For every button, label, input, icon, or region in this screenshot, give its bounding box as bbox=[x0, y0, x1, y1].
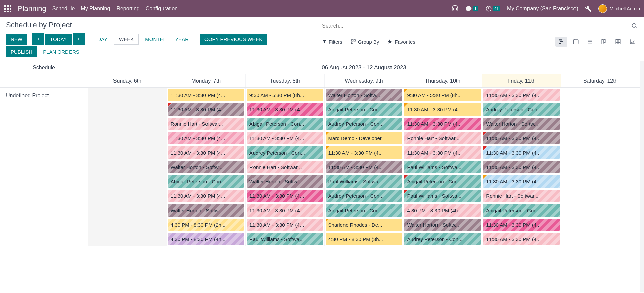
schedule-slot[interactable]: Abigail Peterson - Con... bbox=[326, 103, 402, 116]
schedule-slot[interactable]: 11:30 AM - 3:30 PM (4... bbox=[326, 161, 402, 173]
schedule-slot[interactable]: 11:30 AM - 3:30 PM (4... bbox=[247, 219, 323, 231]
schedule-slot[interactable]: 4:30 PM - 8:30 PM (3h... bbox=[326, 233, 402, 245]
calendar-view-icon[interactable] bbox=[570, 37, 582, 47]
app-name[interactable]: Planning bbox=[17, 4, 46, 13]
company-selector[interactable]: My Company (San Francisco) bbox=[507, 6, 578, 12]
schedule-slot[interactable]: 11:30 AM - 3:30 PM (4... bbox=[247, 132, 323, 144]
schedule-slot[interactable]: Walter Horton - Softw... bbox=[168, 161, 244, 173]
schedule-slot[interactable]: 11:30 AM - 3:30 PM (4... bbox=[247, 204, 323, 217]
schedule-slot[interactable]: 11:30 AM - 3:30 PM (4... bbox=[404, 118, 481, 130]
schedule-slot[interactable]: Sharlene Rhodes - De... bbox=[326, 219, 402, 231]
schedule-slot[interactable]: 11:30 AM - 3:30 PM (4... bbox=[168, 103, 244, 116]
row-label[interactable]: Undefined Project bbox=[0, 88, 88, 103]
nav-reporting[interactable]: Reporting bbox=[116, 6, 139, 12]
week-scale-button[interactable]: WEEK bbox=[114, 34, 139, 45]
schedule-slot[interactable]: Walter Horton - Softw... bbox=[247, 175, 323, 188]
schedule-slot[interactable]: 11:30 AM - 3:30 PM (4... bbox=[483, 175, 560, 188]
nav-schedule[interactable]: Schedule bbox=[52, 6, 75, 12]
schedule-slot[interactable]: Audrey Peterson - Con... bbox=[247, 146, 323, 159]
activities-icon[interactable]: 41 bbox=[485, 5, 500, 12]
schedule-slot[interactable]: 11:30 AM - 3:30 PM (4... bbox=[326, 146, 402, 159]
user-menu[interactable]: Mitchell Admin bbox=[598, 4, 640, 13]
schedule-slot[interactable]: 11:30 AM - 3:30 PM (4... bbox=[404, 146, 481, 159]
svg-rect-11 bbox=[573, 40, 578, 44]
new-button[interactable]: NEW bbox=[6, 34, 27, 45]
schedule-slot[interactable]: Walter Horton - Softw... bbox=[404, 219, 481, 231]
schedule-slot[interactable]: 4:30 PM - 8:30 PM (4h... bbox=[168, 233, 244, 245]
schedule-slot[interactable]: 9:30 AM - 5:30 PM (8h... bbox=[404, 89, 481, 101]
day-column: 11:30 AM - 3:30 PM (4...11:30 AM - 3:30 … bbox=[167, 88, 246, 246]
pivot-view-icon[interactable] bbox=[612, 37, 624, 47]
schedule-slot[interactable]: 11:30 AM - 3:30 PM (4... bbox=[483, 89, 560, 101]
graph-view-icon[interactable] bbox=[627, 37, 638, 47]
schedule-slot[interactable]: Walter Horton - Softw... bbox=[168, 204, 244, 217]
list-view-icon[interactable] bbox=[584, 37, 596, 47]
schedule-slot[interactable]: Audrey Peterson - Con... bbox=[326, 118, 402, 130]
schedule-slot[interactable]: 11:30 AM - 3:30 PM (4... bbox=[247, 103, 323, 116]
publish-button[interactable]: PUBLISH bbox=[6, 46, 37, 57]
schedule-slot[interactable]: 11:30 AM - 3:30 PM (4... bbox=[404, 103, 481, 116]
schedule-slot[interactable]: Ronnie Hart - Softwar... bbox=[247, 161, 323, 173]
today-button[interactable]: TODAY bbox=[45, 34, 72, 45]
schedule-slot[interactable]: 11:30 AM - 3:30 PM (4... bbox=[483, 132, 560, 144]
schedule-slot[interactable]: Walter Horton - Softw... bbox=[326, 89, 402, 101]
schedule-slot[interactable]: 11:30 AM - 3:30 PM (4... bbox=[483, 233, 560, 245]
nav-my-planning[interactable]: My Planning bbox=[81, 6, 110, 12]
day-header[interactable]: Tuesday, 8th bbox=[246, 74, 325, 87]
nav-configuration[interactable]: Configuration bbox=[146, 6, 178, 12]
day-header[interactable]: Sunday, 6th bbox=[88, 74, 167, 87]
year-scale-button[interactable]: YEAR bbox=[170, 34, 194, 45]
schedule-slot[interactable]: 11:30 AM - 3:30 PM (4... bbox=[483, 146, 560, 159]
schedule-slot[interactable]: 11:30 AM - 3:30 PM (4... bbox=[483, 219, 560, 231]
schedule-slot[interactable]: 4:30 PM - 8:30 PM (2h... bbox=[168, 219, 244, 231]
schedule-slot[interactable]: 11:30 AM - 3:30 PM (4... bbox=[483, 161, 560, 173]
schedule-slot[interactable]: Abigail Peterson - Con... bbox=[247, 118, 323, 130]
schedule-slot[interactable]: Abigail Peterson - Con... bbox=[168, 175, 244, 188]
debug-icon[interactable] bbox=[585, 5, 592, 12]
schedule-slot[interactable]: Audrey Peterson - Con... bbox=[326, 190, 402, 202]
schedule-slot[interactable]: 11:30 AM - 3:30 PM (4... bbox=[168, 146, 244, 159]
schedule-slot[interactable]: Walter Horton - Softw... bbox=[483, 118, 560, 130]
plan-orders-button[interactable]: PLAN ORDERS bbox=[38, 46, 84, 57]
messages-icon[interactable]: 1 bbox=[465, 5, 478, 12]
schedule-slot[interactable]: Paul Williams - Softwa... bbox=[247, 233, 323, 245]
day-header[interactable]: Friday, 11th bbox=[482, 74, 561, 87]
schedule-slot[interactable]: Paul Williams - Softwa... bbox=[404, 190, 481, 202]
schedule-slot[interactable]: Marc Demo - Developer bbox=[326, 132, 402, 144]
day-header[interactable]: Saturday, 12th bbox=[561, 74, 640, 87]
groupby-dropdown[interactable]: Group By bbox=[351, 39, 379, 45]
next-button[interactable] bbox=[73, 33, 85, 45]
day-header[interactable]: Thursday, 10th bbox=[403, 74, 482, 87]
search-icon[interactable] bbox=[631, 23, 638, 30]
day-header[interactable]: Wednesday, 9th bbox=[325, 74, 404, 87]
schedule-slot[interactable]: 11:30 AM - 3:30 PM (4... bbox=[168, 190, 244, 202]
voip-icon[interactable] bbox=[451, 5, 459, 12]
prev-button[interactable] bbox=[32, 33, 44, 45]
favorites-dropdown[interactable]: Favorites bbox=[387, 39, 415, 45]
schedule-slot[interactable]: Audrey Peterson - Con... bbox=[483, 103, 560, 116]
schedule-slot[interactable]: Ronnie Hart - Softwar... bbox=[168, 118, 244, 130]
copy-previous-button[interactable]: COPY PREVIOUS WEEK bbox=[200, 34, 267, 45]
schedule-slot[interactable]: Ronnie Hart - Softwar... bbox=[404, 132, 481, 144]
schedule-slot[interactable]: Abigail Peterson - Con... bbox=[326, 204, 402, 217]
search-input[interactable] bbox=[322, 23, 631, 29]
svg-line-4 bbox=[636, 27, 637, 29]
apps-icon[interactable] bbox=[4, 5, 11, 12]
schedule-slot[interactable]: 11:30 AM - 3:30 PM (4... bbox=[168, 89, 244, 101]
schedule-slot[interactable]: Paul Williams - Softwa... bbox=[326, 175, 402, 188]
schedule-slot[interactable]: 4:30 PM - 8:30 PM (4h... bbox=[404, 204, 481, 217]
filters-dropdown[interactable]: Filters bbox=[322, 39, 342, 45]
schedule-slot[interactable]: Ronnie Hart - Softwar... bbox=[483, 190, 560, 202]
schedule-slot[interactable]: Audrey Peterson - Con... bbox=[404, 233, 481, 245]
schedule-slot[interactable]: Paul Williams - Softwa... bbox=[404, 161, 481, 173]
schedule-slot[interactable]: Abigail Peterson - Con... bbox=[404, 175, 481, 188]
gantt-view-icon[interactable] bbox=[555, 37, 567, 47]
kanban-view-icon[interactable] bbox=[598, 37, 610, 47]
day-header[interactable]: Monday, 7th bbox=[167, 74, 246, 87]
month-scale-button[interactable]: MONTH bbox=[140, 34, 169, 45]
schedule-slot[interactable]: 11:30 AM - 3:30 PM (4... bbox=[168, 132, 244, 144]
schedule-slot[interactable]: 11:30 AM - 3:30 PM (4... bbox=[247, 190, 323, 202]
schedule-slot[interactable]: Abigail Peterson - Con... bbox=[483, 204, 560, 217]
schedule-slot[interactable]: 9:30 AM - 5:30 PM (8h... bbox=[247, 89, 323, 101]
day-scale-button[interactable]: DAY bbox=[92, 34, 112, 45]
